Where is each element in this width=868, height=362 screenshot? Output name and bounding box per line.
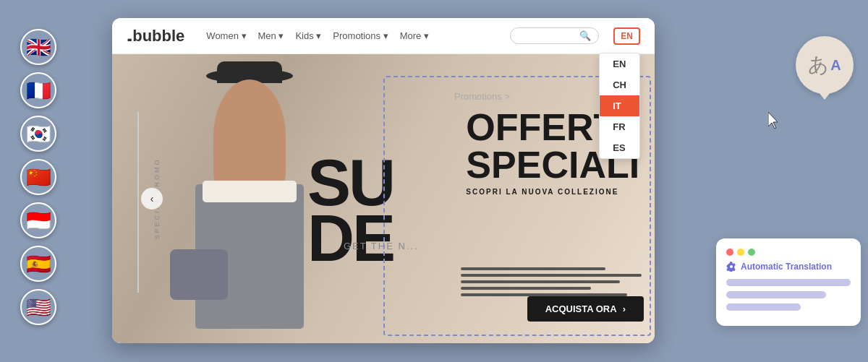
horizontal-lines (461, 267, 642, 296)
carousel-prev-arrow[interactable]: ‹ (141, 188, 163, 210)
lang-option-fr[interactable]: FR (600, 116, 639, 137)
translation-bubble-container: あ A (796, 36, 854, 94)
card-line-2 (726, 291, 826, 298)
nav-more[interactable]: More ▾ (400, 30, 429, 41)
flag-gb[interactable]: 🇬🇧 (20, 29, 56, 65)
nav-men[interactable]: Men ▾ (258, 30, 284, 41)
auto-translation-card: Automatic Translation (716, 238, 861, 326)
auto-translation-label: Automatic Translation (741, 262, 832, 272)
flag-fr[interactable]: 🇫🇷 (20, 72, 56, 108)
search-bar: 🔍 (510, 27, 599, 44)
flag-id[interactable]: 🇮🇩 (20, 202, 56, 238)
head-hair (213, 79, 286, 195)
card-line-1 (726, 279, 851, 286)
search-icon[interactable]: 🔍 (579, 30, 591, 41)
arrow-left-icon: ‹ (150, 193, 154, 204)
nav-links: Women ▾ Men ▾ Kids ▾ Promotions ▾ More ▾ (206, 30, 495, 41)
flag-cn[interactable]: 🇨🇳 (20, 159, 56, 195)
flag-us[interactable]: 🇺🇸 (20, 289, 56, 325)
promotions-breadcrumb: Promotions > (454, 90, 510, 102)
vertical-line (137, 112, 139, 293)
dot-yellow (737, 249, 744, 256)
hero-section: SPECIAL PROMO Promotions > SU DE GET THE… (112, 54, 655, 343)
nav-promotions[interactable]: Promotions ▾ (333, 30, 388, 41)
flag-es[interactable]: 🇪🇸 (20, 246, 56, 282)
gear-icon (726, 262, 736, 272)
headline-de: DE (307, 211, 393, 267)
language-button[interactable]: EN (613, 27, 640, 45)
promotions-text: Promotions > (454, 91, 510, 102)
nav-kids[interactable]: Kids ▾ (295, 30, 321, 41)
hiragana-symbol: あ (808, 51, 829, 79)
language-dropdown: EN CH IT FR ES (599, 53, 640, 159)
acquista-label: ACQUISTA ORA (545, 303, 617, 314)
acquista-arrow: › (623, 303, 626, 314)
nav-women[interactable]: Women ▾ (206, 30, 246, 41)
flags-column: 🇬🇧 🇫🇷 🇰🇷 🇨🇳 🇮🇩 🇪🇸 🇺🇸 (20, 29, 56, 325)
h-line-4 (461, 287, 591, 290)
flag-kr[interactable]: 🇰🇷 (20, 116, 56, 152)
h-line-2 (461, 274, 642, 277)
lang-option-it[interactable]: IT (600, 95, 639, 116)
h-line-1 (461, 267, 605, 270)
acquista-ora-button[interactable]: ACQUISTA ORA › (527, 296, 644, 322)
navbar: ..bubble Women ▾ Men ▾ Kids ▾ Promotions… (112, 18, 655, 54)
scopri-text: SCOPRI LA NUOVA COLLEZIONE (466, 188, 642, 196)
speech-bubble: あ A (796, 36, 854, 94)
lang-option-ch[interactable]: CH (600, 74, 639, 95)
dot-green (748, 249, 755, 256)
auto-translation-title: Automatic Translation (726, 262, 851, 272)
dot-red (726, 249, 733, 256)
logo: ..bubble (127, 27, 184, 46)
latin-symbol: A (830, 57, 841, 74)
get-new-text: GET THE N... (344, 241, 419, 251)
logo-text: .bubble (128, 27, 184, 45)
card-dots (726, 249, 851, 256)
search-input[interactable] (518, 31, 576, 41)
lang-option-en[interactable]: EN (600, 53, 639, 74)
h-line-3 (461, 280, 620, 283)
handbag (170, 249, 228, 300)
browser-window: ..bubble Women ▾ Men ▾ Kids ▾ Promotions… (112, 18, 655, 343)
lang-option-es[interactable]: ES (600, 137, 639, 158)
card-line-3 (726, 303, 801, 311)
white-shirt (203, 181, 297, 202)
